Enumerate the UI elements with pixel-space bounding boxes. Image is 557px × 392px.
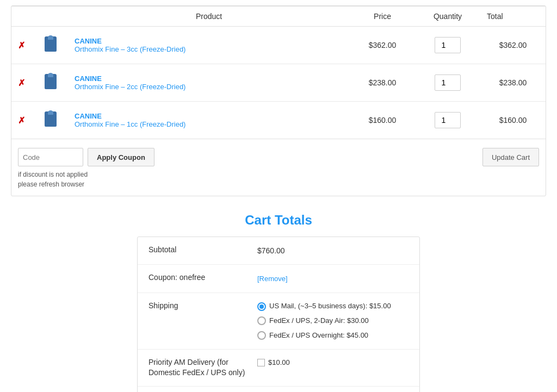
quantity-input[interactable] (435, 37, 461, 53)
apply-coupon-button[interactable]: Apply Coupon (88, 148, 154, 166)
update-cart-button[interactable]: Update Cart (482, 148, 539, 166)
product-price: $238.00 (350, 64, 415, 102)
coupon-left: Apply Coupon if discount is not applied … (18, 148, 154, 189)
priority-checkbox[interactable] (257, 359, 265, 366)
col-price-header: Price (350, 7, 415, 27)
coupon-row: Apply Coupon (18, 148, 154, 166)
shipping-radio[interactable] (257, 331, 266, 340)
product-price: $160.00 (350, 102, 415, 139)
product-name-line2: Orthomix Fine – 2cc (Freeze-Dried) (75, 83, 343, 91)
cart-totals-box: Subtotal $760.00 Coupon: onefree [Remove… (137, 237, 420, 392)
quantity-input[interactable] (435, 74, 461, 91)
remove-item-button[interactable]: ✗ (18, 78, 25, 88)
col-thumb-header (33, 7, 68, 27)
shipping-option-label: FedEx / UPS Overnight: $45.00 (269, 330, 368, 341)
product-total: $160.00 (480, 102, 546, 139)
table-row: ✗ CANINE Orthomix Fine – 1cc (Freeze-Dri… (11, 102, 546, 139)
product-link[interactable]: CANINE Orthomix Fine – 2cc (Freeze-Dried… (75, 74, 343, 91)
shipping-label: Shipping (148, 301, 257, 312)
shipping-radio[interactable] (257, 316, 266, 325)
priority-value: $10.00 (257, 357, 409, 369)
remove-item-button[interactable]: ✗ (18, 40, 25, 51)
cart-totals-title: Cart Totals (245, 213, 312, 228)
cart-table: Product Price Quantity Total ✗ CANINE O (11, 6, 546, 139)
remove-item-button[interactable]: ✗ (18, 115, 25, 126)
shipping-option: US Mail, (~3–5 business days): $15.00 (257, 301, 409, 312)
coupon-input[interactable] (18, 148, 83, 166)
product-icon (41, 110, 60, 130)
coupon-label: Coupon: onefree (148, 272, 257, 283)
quantity-input[interactable] (435, 112, 461, 128)
subtotal-row: Subtotal $760.00 (138, 237, 419, 265)
product-name-line2: Orthomix Fine – 3cc (Freeze-Dried) (75, 45, 343, 53)
product-total: $238.00 (480, 64, 546, 102)
col-total-header: Total (480, 7, 546, 27)
col-product-header: Product (68, 7, 350, 27)
table-row: ✗ CANINE Orthomix Fine – 2cc (Freeze-Dri… (11, 64, 546, 102)
subtotal-value: $760.00 (257, 245, 409, 257)
col-qty-header: Quantity (415, 7, 480, 27)
priority-row: Priority AM Delivery (for Domestic FedEx… (138, 350, 419, 387)
shipping-row: Shipping US Mail, (~3–5 business days): … (138, 293, 419, 349)
cart-totals-section: Cart Totals Subtotal $760.00 Coupon: one… (11, 213, 546, 392)
cart-container: Product Price Quantity Total ✗ CANINE O (11, 5, 546, 196)
remove-coupon-link[interactable]: [Remove] (257, 275, 288, 283)
shipping-options: US Mail, (~3–5 business days): $15.00Fed… (257, 301, 409, 341)
product-thumbnail (40, 109, 61, 131)
product-name-line1: CANINE (75, 74, 343, 83)
coupon-deal-row: Coupon deal: Buy 3 get 1 for free –$160.… (138, 387, 419, 392)
product-total: $362.00 (480, 27, 546, 64)
product-thumbnail (40, 34, 61, 56)
product-link[interactable]: CANINE Orthomix Fine – 1cc (Freeze-Dried… (75, 112, 343, 128)
product-name-line1: CANINE (75, 37, 343, 45)
product-icon (41, 35, 60, 55)
product-name-line1: CANINE (75, 112, 343, 120)
col-remove-header (11, 7, 33, 27)
priority-option: $10.00 (257, 357, 409, 369)
shipping-option: FedEx / UPS Overnight: $45.00 (257, 330, 409, 341)
table-row: ✗ CANINE Orthomix Fine – 3cc (Freeze-Dri… (11, 27, 546, 64)
product-link[interactable]: CANINE Orthomix Fine – 3cc (Freeze-Dried… (75, 37, 343, 53)
product-thumbnail (40, 72, 61, 94)
shipping-option-label: US Mail, (~3–5 business days): $15.00 (269, 301, 391, 312)
subtotal-label: Subtotal (148, 245, 257, 256)
product-name-line2: Orthomix Fine – 1cc (Freeze-Dried) (75, 120, 343, 128)
product-icon (41, 73, 60, 92)
shipping-radio[interactable] (257, 302, 266, 311)
shipping-option-label: FedEx / UPS, 2-Day Air: $30.00 (269, 315, 369, 327)
coupon-value: [Remove] (257, 272, 409, 285)
coupon-section: Apply Coupon if discount is not applied … (11, 139, 546, 196)
product-price: $362.00 (350, 27, 415, 64)
coupon-row: Coupon: onefree [Remove] (138, 265, 419, 293)
shipping-option: FedEx / UPS, 2-Day Air: $30.00 (257, 315, 409, 327)
discount-note: if discount is not applied please refres… (18, 170, 154, 189)
priority-label: Priority AM Delivery (for Domestic FedEx… (148, 357, 257, 378)
